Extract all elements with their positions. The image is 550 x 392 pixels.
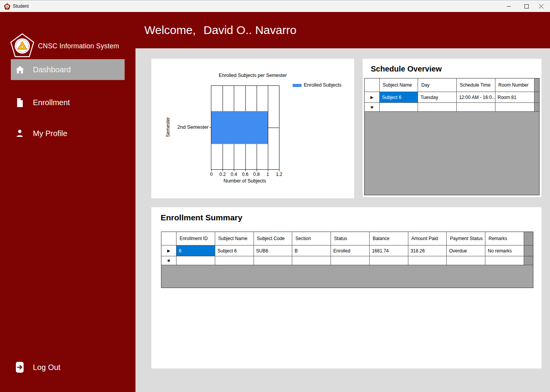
cell-subject-name[interactable]: Subject 6 <box>380 92 418 103</box>
app-window: Student CNSC Information System <box>0 0 550 392</box>
schedule-table-row: ▶ Subject 6 Tuesday 12:00 AM - 16:0... R… <box>365 92 539 103</box>
empty-cell[interactable] <box>370 256 408 265</box>
schedule-grid: Subject Name Day Schedule Time Room Numb… <box>364 78 540 195</box>
row-selector-arrow-icon: ▶ <box>167 249 170 253</box>
empty-cell[interactable] <box>331 256 370 265</box>
header: Welcome, David O.. Navarro <box>135 12 550 48</box>
chart-y-axis-label: Semester <box>165 98 171 156</box>
enrollment-summary-panel: Enrollment Summary Enrollment ID Subject… <box>151 207 541 368</box>
chart-legend: Enrolled Subjects <box>293 82 341 88</box>
column-header-subject-name[interactable]: Subject Name <box>215 232 254 245</box>
row-header-cell[interactable] <box>365 78 380 92</box>
x-axis-tick <box>211 169 212 171</box>
title-bar: Student <box>0 0 550 12</box>
column-header-status[interactable]: Status <box>331 232 370 245</box>
column-header-section[interactable]: Section <box>292 232 331 245</box>
empty-cell[interactable] <box>485 256 524 265</box>
sidebar-item-label: Enrollment <box>33 98 70 107</box>
cell-enrollment-id[interactable]: 6 <box>176 245 215 256</box>
window-title: Student <box>13 0 29 12</box>
cell-balance[interactable]: 1681.74 <box>370 245 408 256</box>
welcome-message: Welcome, David O.. Navarro <box>144 12 296 48</box>
cell-payment-status[interactable]: Overdue <box>447 245 485 256</box>
cell-subject-code[interactable]: SUB6 <box>254 245 293 256</box>
legend-swatch <box>293 84 302 87</box>
column-header-enrollment-id[interactable]: Enrollment ID <box>176 232 215 245</box>
empty-cell[interactable] <box>215 256 254 265</box>
cell-remarks[interactable]: No remarks <box>485 245 524 256</box>
minimize-button[interactable] <box>500 0 517 12</box>
cell-amount-paid[interactable]: 318.26 <box>408 245 447 256</box>
column-header-subject-name[interactable]: Subject Name <box>380 78 418 92</box>
sidebar-item-dashboard[interactable]: Dashboard <box>11 59 125 80</box>
cell-day[interactable]: Tuesday <box>418 92 457 103</box>
empty-cell[interactable] <box>408 256 447 265</box>
user-icon <box>15 128 25 138</box>
schedule-overview-panel: Schedule Overview Subject Name Day Sched… <box>363 59 541 197</box>
main-content: Enrolled Subjects per Semester 00.20.40.… <box>135 48 550 392</box>
empty-cell[interactable] <box>495 103 535 112</box>
welcome-prefix: Welcome, <box>144 24 196 37</box>
app-logo-icon <box>4 3 10 10</box>
empty-cell[interactable] <box>254 256 293 265</box>
logout-button[interactable]: Log Out <box>11 357 125 378</box>
enrollment-table-row: ▶ 6 Subject 6 SUB6 B Enrolled 1681.74 31… <box>161 245 533 256</box>
column-header-schedule-time[interactable]: Schedule Time <box>457 78 495 92</box>
chart-panel: Enrolled Subjects per Semester 00.20.40.… <box>151 59 354 198</box>
column-header-payment-status[interactable]: Payment Status <box>447 232 485 245</box>
legend-label: Enrolled Subjects <box>304 82 341 88</box>
user-name: David O.. Navarro <box>204 24 296 37</box>
x-axis-tick-label: 0.8 <box>253 172 260 177</box>
column-header-day[interactable]: Day <box>418 78 457 92</box>
close-button[interactable] <box>532 0 550 12</box>
row-selector-cell[interactable]: ▶ <box>161 245 176 256</box>
x-axis-tick-label: 1 <box>266 172 269 177</box>
chart-plot-area <box>211 85 279 170</box>
chart-xticks <box>211 169 279 171</box>
row-selector-cell[interactable]: ▶ <box>365 92 380 103</box>
x-axis-tick <box>223 169 223 171</box>
chart-category-label: 2nd Semester <box>151 124 209 130</box>
sidebar-item-label: My Profile <box>33 129 67 138</box>
x-axis-tick-label: 1.2 <box>276 172 283 177</box>
home-icon <box>15 65 25 75</box>
column-header-room-number[interactable]: Room Number <box>495 78 535 92</box>
new-row-header-cell[interactable]: ✱ <box>161 256 176 265</box>
chart-title: Enrolled Subjects per Semester <box>151 73 354 78</box>
x-axis-tick <box>279 169 279 171</box>
empty-cell[interactable] <box>418 103 457 112</box>
chart-bar <box>211 111 268 144</box>
schedule-grid-header-row: Subject Name Day Schedule Time Room Numb… <box>365 78 539 92</box>
schedule-overview-title: Schedule Overview <box>371 65 442 73</box>
empty-cell[interactable] <box>176 256 215 265</box>
enrollment-new-row: ✱ <box>161 256 533 265</box>
sidebar-item-label: Dashboard <box>33 65 71 74</box>
empty-cell[interactable] <box>447 256 485 265</box>
cell-subject-name[interactable]: Subject 6 <box>215 245 254 256</box>
sidebar-item-my-profile[interactable]: My Profile <box>11 123 125 144</box>
enrollment-grid: Enrollment ID Subject Name Subject Code … <box>161 232 533 288</box>
brand: CNSC Information System <box>10 33 119 59</box>
cell-status[interactable]: Enrolled <box>331 245 370 256</box>
cell-section[interactable]: B <box>292 245 331 256</box>
x-axis-tick <box>257 169 257 171</box>
empty-cell[interactable] <box>457 103 495 112</box>
x-axis-tick-label: 0.6 <box>242 172 248 177</box>
logout-label: Log Out <box>33 363 60 372</box>
column-header-balance[interactable]: Balance <box>370 232 408 245</box>
chart-x-axis-label: Number of Subjects <box>211 178 279 184</box>
column-header-amount-paid[interactable]: Amount Paid <box>408 232 447 245</box>
cell-room-number[interactable]: Room 81 <box>495 92 535 103</box>
column-header-remarks[interactable]: Remarks <box>485 232 524 245</box>
empty-cell[interactable] <box>292 256 331 265</box>
cell-schedule-time[interactable]: 12:00 AM - 16:0... <box>457 92 495 103</box>
row-header-cell[interactable] <box>161 232 176 245</box>
x-axis-tick-label: 0 <box>210 172 213 177</box>
x-axis-tick-label: 0.4 <box>231 172 237 177</box>
column-header-subject-code[interactable]: Subject Code <box>254 232 293 245</box>
new-row-header-cell[interactable]: ✱ <box>365 103 380 112</box>
empty-cell[interactable] <box>380 103 418 112</box>
sidebar-item-enrollment[interactable]: Enrollment <box>11 92 125 113</box>
sidebar: CNSC Information System Dashboard Enroll… <box>0 12 135 392</box>
row-selector-arrow-icon: ▶ <box>370 95 374 99</box>
